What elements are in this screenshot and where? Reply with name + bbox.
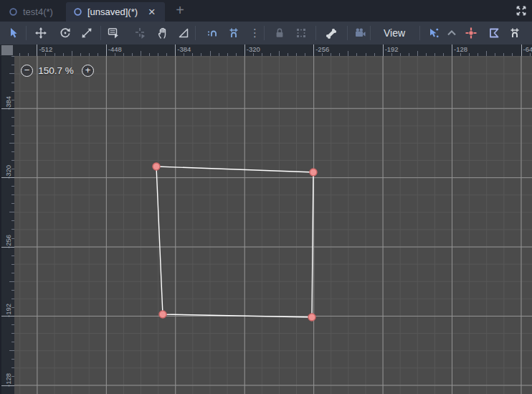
close-tab-icon[interactable]: × [146, 6, 158, 18]
ruler-label: -320 [4, 157, 12, 179]
group-selected-button[interactable] [295, 27, 308, 39]
ruler-tick [9, 281, 14, 282]
collapse-panel-button[interactable] [445, 27, 458, 39]
edited-polygon [14, 56, 532, 394]
smart-snap-button[interactable] [206, 27, 219, 39]
new-scene-tab-button[interactable]: + [172, 3, 188, 19]
ruler-tick [279, 51, 280, 56]
polygon-vertex-handle[interactable] [153, 163, 160, 170]
ruler-tick [141, 51, 141, 56]
ruler-label: -192 [385, 45, 399, 53]
scene-tab-label: test4(*) [23, 6, 53, 17]
ruler-tick [175, 44, 176, 56]
ruler-tick [417, 51, 418, 56]
move-icon [34, 27, 47, 39]
rotate-icon [59, 27, 72, 39]
toolbar-separator [419, 26, 420, 40]
grid-snap-icon [227, 27, 240, 39]
pivot-crosshair-icon [134, 27, 147, 39]
lock-selected-button[interactable] [273, 27, 286, 39]
ruler-label: -256 [315, 45, 329, 53]
pan-hand-icon [156, 27, 169, 39]
snap-options-menu[interactable]: ⋮ [250, 25, 257, 41]
ruler-label: -256 [4, 227, 12, 248]
grid-snap-button[interactable] [227, 27, 240, 39]
ruler-tick [9, 73, 14, 74]
ruler-tick [383, 44, 384, 56]
edit-polygon-button[interactable] [488, 27, 500, 39]
ruler-label: -320 [247, 45, 260, 53]
ruler-tick [9, 350, 14, 351]
group-icon [295, 27, 308, 39]
polygon-vertex-handle[interactable] [308, 314, 315, 321]
ruler-tick [9, 212, 14, 212]
canvas-viewport[interactable]: − 150.7 % + [14, 56, 532, 394]
lock-icon [273, 27, 286, 39]
scale-icon [80, 27, 93, 39]
scene-circle-icon [9, 7, 18, 17]
toolbar-separator [100, 26, 101, 40]
toolbar-separator [26, 26, 27, 40]
scene-tab-test4[interactable]: test4(*) [1, 2, 60, 22]
polygon-edges[interactable] [156, 166, 313, 317]
fullscreen-arrows-icon [515, 4, 528, 17]
godot-2d-editor-window: test4(*) [unsaved](*) × + [0, 0, 532, 394]
canvas-toolbar: ⋮ [0, 22, 532, 44]
ruler-left: -384-320-256-192-128 [0, 56, 14, 394]
scale-mode-button[interactable] [80, 27, 93, 39]
select-points-icon [427, 27, 440, 39]
ruler-tick [313, 44, 314, 56]
toolbar-separator [195, 26, 196, 40]
pan-mode-button[interactable] [156, 27, 169, 39]
add-point-button[interactable] [465, 27, 478, 39]
camera-override-button[interactable] [353, 27, 366, 39]
zoom-level-label[interactable]: 150.7 % [36, 65, 76, 76]
ruler-tick [521, 44, 522, 56]
zoom-out-button[interactable]: − [21, 65, 33, 77]
move-mode-button[interactable] [34, 27, 47, 39]
scene-circle-icon [73, 7, 82, 17]
polygon-shape-icon [488, 27, 500, 39]
bone-icon [324, 27, 337, 39]
move-pivot-button[interactable] [134, 27, 147, 39]
view-menu-button[interactable]: View [374, 24, 415, 42]
ruler-top: -512-448-384-320-256-192-128-64 [14, 44, 532, 56]
scene-tab-unsaved[interactable]: [unsaved](*) × [66, 2, 165, 22]
polygon-vertex-handle[interactable] [159, 311, 166, 318]
scene-tab-bar: test4(*) [unsaved](*) × + [0, 0, 532, 22]
ruler-label: -384 [177, 45, 191, 53]
polygon-vertex-handle[interactable] [310, 169, 317, 176]
ruler-origin-box [1, 45, 13, 55]
ruler-tick [210, 51, 211, 56]
ruler-corner [0, 44, 14, 56]
list-select-button[interactable] [107, 27, 120, 39]
expand-workspace-button[interactable] [515, 4, 528, 17]
point-crosshair-icon [465, 27, 478, 39]
ruler-label: -128 [454, 45, 467, 53]
ruler-mode-button[interactable] [177, 27, 190, 39]
smart-snap-magnet-icon [206, 27, 219, 39]
rotate-mode-button[interactable] [59, 27, 72, 39]
skeleton-options-button[interactable] [324, 27, 337, 39]
ruler-label: -192 [4, 296, 12, 317]
scene-tab-label: [unsaved](*) [87, 6, 138, 17]
select-points-button[interactable] [427, 27, 440, 39]
ruler-tick [106, 44, 107, 56]
snap-grid-icon [508, 27, 521, 39]
select-arrow-icon [7, 27, 20, 39]
ruler-tick [9, 143, 14, 144]
polygon-snap-button[interactable] [508, 27, 521, 39]
ruler-label: -448 [108, 45, 122, 53]
ruler-tick [452, 44, 452, 56]
toolbar-separator [347, 26, 348, 40]
ruler-label: -128 [4, 365, 12, 387]
ruler-tick [486, 51, 487, 56]
chevron-up-icon [445, 27, 458, 39]
list-select-icon [107, 27, 120, 39]
zoom-in-button[interactable]: + [82, 65, 94, 77]
ruler-label: -384 [4, 88, 12, 110]
ruler-tick [348, 51, 348, 56]
toolbar-separator [315, 26, 316, 40]
select-mode-button[interactable] [7, 27, 20, 39]
toolbar-separator [264, 26, 265, 40]
